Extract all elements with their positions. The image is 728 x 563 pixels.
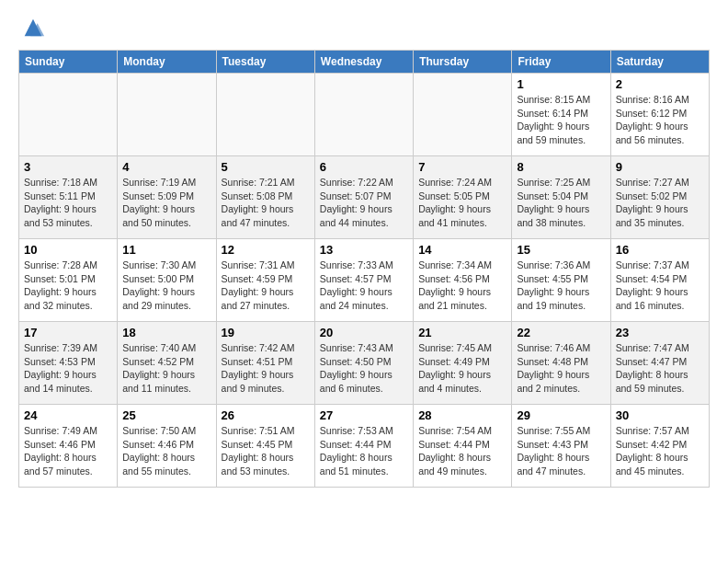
day-number: 9 [616, 160, 704, 174]
page: SundayMondayTuesdayWednesdayThursdayFrid… [0, 0, 728, 502]
day-info: Sunrise: 7:37 AM Sunset: 4:54 PM Dayligh… [616, 259, 704, 313]
weekday-header-row: SundayMondayTuesdayWednesdayThursdayFrid… [19, 51, 710, 74]
day-info: Sunrise: 8:16 AM Sunset: 6:12 PM Dayligh… [616, 93, 704, 147]
day-info: Sunrise: 7:40 AM Sunset: 4:52 PM Dayligh… [122, 341, 210, 396]
calendar-cell [216, 74, 314, 156]
day-number: 6 [320, 160, 408, 174]
calendar-cell: 22Sunrise: 7:46 AM Sunset: 4:48 PM Dayli… [512, 322, 610, 405]
day-info: Sunrise: 7:28 AM Sunset: 5:01 PM Dayligh… [24, 259, 112, 313]
calendar-cell: 12Sunrise: 7:31 AM Sunset: 4:59 PM Dayli… [216, 239, 314, 322]
weekday-header-thursday: Thursday [414, 51, 512, 74]
day-info: Sunrise: 7:24 AM Sunset: 5:05 PM Dayligh… [418, 176, 506, 230]
day-number: 27 [320, 408, 408, 422]
weekday-header-sunday: Sunday [19, 51, 118, 74]
day-info: Sunrise: 7:54 AM Sunset: 4:44 PM Dayligh… [418, 424, 506, 478]
calendar-cell: 10Sunrise: 7:28 AM Sunset: 5:01 PM Dayli… [19, 239, 118, 322]
day-number: 17 [24, 326, 112, 339]
calendar-cell: 14Sunrise: 7:34 AM Sunset: 4:56 PM Dayli… [414, 239, 512, 322]
day-number: 12 [222, 243, 310, 257]
calendar-cell: 29Sunrise: 7:55 AM Sunset: 4:43 PM Dayli… [512, 405, 610, 488]
day-number: 22 [517, 326, 605, 339]
week-row-2: 3Sunrise: 7:18 AM Sunset: 5:11 PM Daylig… [19, 156, 710, 239]
calendar-cell: 1Sunrise: 8:15 AM Sunset: 6:14 PM Daylig… [512, 74, 610, 156]
day-number: 5 [222, 160, 310, 174]
calendar-cell: 28Sunrise: 7:54 AM Sunset: 4:44 PM Dayli… [414, 405, 512, 488]
day-info: Sunrise: 7:21 AM Sunset: 5:08 PM Dayligh… [222, 176, 310, 230]
logo-icon [20, 15, 46, 40]
calendar-cell [118, 74, 216, 156]
calendar-cell: 4Sunrise: 7:19 AM Sunset: 5:09 PM Daylig… [118, 156, 216, 239]
day-number: 30 [616, 408, 704, 422]
day-info: Sunrise: 8:15 AM Sunset: 6:14 PM Dayligh… [517, 93, 605, 147]
day-info: Sunrise: 7:47 AM Sunset: 4:47 PM Dayligh… [616, 341, 704, 396]
week-row-1: 1Sunrise: 8:15 AM Sunset: 6:14 PM Daylig… [19, 74, 710, 156]
day-number: 18 [122, 326, 210, 339]
calendar-cell [414, 74, 512, 156]
week-row-3: 10Sunrise: 7:28 AM Sunset: 5:01 PM Dayli… [19, 239, 710, 322]
day-info: Sunrise: 7:49 AM Sunset: 4:46 PM Dayligh… [24, 424, 112, 478]
logo [18, 15, 46, 40]
weekday-header-wednesday: Wednesday [314, 51, 413, 74]
day-number: 4 [122, 160, 210, 174]
day-info: Sunrise: 7:43 AM Sunset: 4:50 PM Dayligh… [320, 341, 408, 396]
day-number: 21 [418, 326, 506, 339]
day-number: 23 [616, 326, 704, 339]
day-number: 11 [122, 243, 210, 257]
day-number: 28 [418, 408, 506, 422]
calendar-cell: 9Sunrise: 7:27 AM Sunset: 5:02 PM Daylig… [610, 156, 709, 239]
calendar-cell: 30Sunrise: 7:57 AM Sunset: 4:42 PM Dayli… [610, 405, 709, 488]
day-info: Sunrise: 7:31 AM Sunset: 4:59 PM Dayligh… [222, 259, 310, 313]
day-number: 8 [517, 160, 605, 174]
day-info: Sunrise: 7:33 AM Sunset: 4:57 PM Dayligh… [320, 259, 408, 313]
day-info: Sunrise: 7:45 AM Sunset: 4:49 PM Dayligh… [418, 341, 506, 396]
calendar-cell: 27Sunrise: 7:53 AM Sunset: 4:44 PM Dayli… [314, 405, 413, 488]
calendar-cell: 23Sunrise: 7:47 AM Sunset: 4:47 PM Dayli… [610, 322, 709, 405]
day-info: Sunrise: 7:25 AM Sunset: 5:04 PM Dayligh… [517, 176, 605, 230]
calendar-cell: 21Sunrise: 7:45 AM Sunset: 4:49 PM Dayli… [414, 322, 512, 405]
day-number: 25 [122, 408, 210, 422]
day-info: Sunrise: 7:27 AM Sunset: 5:02 PM Dayligh… [616, 176, 704, 230]
week-row-5: 24Sunrise: 7:49 AM Sunset: 4:46 PM Dayli… [19, 405, 710, 488]
day-info: Sunrise: 7:46 AM Sunset: 4:48 PM Dayligh… [517, 341, 605, 396]
calendar-cell: 20Sunrise: 7:43 AM Sunset: 4:50 PM Dayli… [314, 322, 413, 405]
day-info: Sunrise: 7:39 AM Sunset: 4:53 PM Dayligh… [24, 341, 112, 396]
day-info: Sunrise: 7:57 AM Sunset: 4:42 PM Dayligh… [616, 424, 704, 478]
header-row [18, 15, 710, 40]
calendar-cell: 16Sunrise: 7:37 AM Sunset: 4:54 PM Dayli… [610, 239, 709, 322]
weekday-header-friday: Friday [512, 51, 610, 74]
calendar-cell: 26Sunrise: 7:51 AM Sunset: 4:45 PM Dayli… [216, 405, 314, 488]
day-number: 15 [517, 243, 605, 257]
calendar-cell [19, 74, 118, 156]
day-number: 14 [418, 243, 506, 257]
calendar-cell: 13Sunrise: 7:33 AM Sunset: 4:57 PM Dayli… [314, 239, 413, 322]
day-number: 24 [24, 408, 112, 422]
day-info: Sunrise: 7:34 AM Sunset: 4:56 PM Dayligh… [418, 259, 506, 313]
day-number: 1 [517, 77, 605, 91]
day-info: Sunrise: 7:51 AM Sunset: 4:45 PM Dayligh… [222, 424, 310, 478]
day-info: Sunrise: 7:30 AM Sunset: 5:00 PM Dayligh… [122, 259, 210, 313]
day-info: Sunrise: 7:22 AM Sunset: 5:07 PM Dayligh… [320, 176, 408, 230]
day-info: Sunrise: 7:53 AM Sunset: 4:44 PM Dayligh… [320, 424, 408, 478]
day-number: 10 [24, 243, 112, 257]
weekday-header-tuesday: Tuesday [216, 51, 314, 74]
calendar-cell: 3Sunrise: 7:18 AM Sunset: 5:11 PM Daylig… [19, 156, 118, 239]
day-info: Sunrise: 7:18 AM Sunset: 5:11 PM Dayligh… [24, 176, 112, 230]
calendar-cell [314, 74, 413, 156]
calendar-table: SundayMondayTuesdayWednesdayThursdayFrid… [18, 50, 710, 488]
calendar-cell: 19Sunrise: 7:42 AM Sunset: 4:51 PM Dayli… [216, 322, 314, 405]
day-number: 19 [222, 326, 310, 339]
weekday-header-monday: Monday [118, 51, 216, 74]
day-info: Sunrise: 7:42 AM Sunset: 4:51 PM Dayligh… [222, 341, 310, 396]
day-info: Sunrise: 7:19 AM Sunset: 5:09 PM Dayligh… [122, 176, 210, 230]
day-number: 2 [616, 77, 704, 91]
calendar-cell: 18Sunrise: 7:40 AM Sunset: 4:52 PM Dayli… [118, 322, 216, 405]
day-info: Sunrise: 7:36 AM Sunset: 4:55 PM Dayligh… [517, 259, 605, 313]
day-number: 13 [320, 243, 408, 257]
day-info: Sunrise: 7:50 AM Sunset: 4:46 PM Dayligh… [122, 424, 210, 478]
day-number: 29 [517, 408, 605, 422]
week-row-4: 17Sunrise: 7:39 AM Sunset: 4:53 PM Dayli… [19, 322, 710, 405]
calendar-cell: 7Sunrise: 7:24 AM Sunset: 5:05 PM Daylig… [414, 156, 512, 239]
day-info: Sunrise: 7:55 AM Sunset: 4:43 PM Dayligh… [517, 424, 605, 478]
calendar-cell: 15Sunrise: 7:36 AM Sunset: 4:55 PM Dayli… [512, 239, 610, 322]
calendar-cell: 6Sunrise: 7:22 AM Sunset: 5:07 PM Daylig… [314, 156, 413, 239]
